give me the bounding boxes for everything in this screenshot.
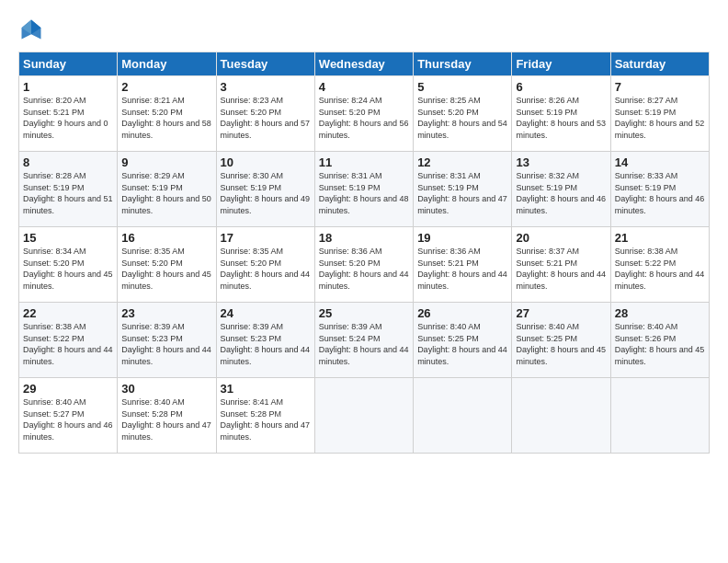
calendar-day-cell: 7 Sunrise: 8:27 AM Sunset: 5:19 PM Dayli… xyxy=(610,76,709,152)
day-number: 13 xyxy=(516,155,606,169)
day-number: 3 xyxy=(221,80,311,94)
calendar-day-cell xyxy=(610,378,709,454)
day-info: Sunrise: 8:40 AM Sunset: 5:27 PM Dayligh… xyxy=(23,396,113,442)
day-number: 5 xyxy=(417,80,507,94)
calendar-day-cell: 30 Sunrise: 8:40 AM Sunset: 5:28 PM Dayl… xyxy=(118,378,216,454)
day-info: Sunrise: 8:23 AM Sunset: 5:20 PM Dayligh… xyxy=(221,95,311,141)
day-number: 19 xyxy=(417,231,507,245)
logo xyxy=(18,17,48,42)
header xyxy=(18,17,710,42)
day-number: 23 xyxy=(121,306,211,320)
calendar-week-row: 22 Sunrise: 8:38 AM Sunset: 5:22 PM Dayl… xyxy=(19,303,710,378)
calendar-day-cell: 16 Sunrise: 8:35 AM Sunset: 5:20 PM Dayl… xyxy=(118,227,216,303)
day-info: Sunrise: 8:29 AM Sunset: 5:19 PM Dayligh… xyxy=(121,170,211,216)
calendar-day-header: Thursday xyxy=(414,52,512,76)
calendar-day-cell: 22 Sunrise: 8:38 AM Sunset: 5:22 PM Dayl… xyxy=(19,303,118,378)
calendar-day-cell: 13 Sunrise: 8:32 AM Sunset: 5:19 PM Dayl… xyxy=(512,152,610,227)
day-number: 29 xyxy=(23,382,113,396)
day-number: 17 xyxy=(221,231,311,245)
calendar-day-cell: 24 Sunrise: 8:39 AM Sunset: 5:23 PM Dayl… xyxy=(216,303,314,378)
calendar-day-cell: 1 Sunrise: 8:20 AM Sunset: 5:21 PM Dayli… xyxy=(19,76,118,152)
day-info: Sunrise: 8:40 AM Sunset: 5:25 PM Dayligh… xyxy=(417,321,507,367)
calendar-day-cell: 4 Sunrise: 8:24 AM Sunset: 5:20 PM Dayli… xyxy=(314,76,413,152)
calendar-day-cell: 28 Sunrise: 8:40 AM Sunset: 5:26 PM Dayl… xyxy=(610,303,709,378)
calendar-day-cell xyxy=(512,378,610,454)
day-number: 4 xyxy=(319,80,409,94)
day-info: Sunrise: 8:40 AM Sunset: 5:28 PM Dayligh… xyxy=(121,396,211,442)
day-info: Sunrise: 8:28 AM Sunset: 5:19 PM Dayligh… xyxy=(23,170,113,216)
day-info: Sunrise: 8:36 AM Sunset: 5:20 PM Dayligh… xyxy=(319,246,409,292)
logo-icon xyxy=(18,17,44,42)
calendar-day-header: Wednesday xyxy=(314,52,413,76)
day-number: 30 xyxy=(121,382,211,396)
calendar-day-cell xyxy=(414,378,512,454)
day-info: Sunrise: 8:30 AM Sunset: 5:19 PM Dayligh… xyxy=(221,170,311,216)
calendar-day-cell: 19 Sunrise: 8:36 AM Sunset: 5:21 PM Dayl… xyxy=(414,227,512,303)
calendar-day-header: Sunday xyxy=(19,52,118,76)
day-info: Sunrise: 8:21 AM Sunset: 5:20 PM Dayligh… xyxy=(121,95,211,141)
page: SundayMondayTuesdayWednesdayThursdayFrid… xyxy=(0,0,728,563)
calendar-header-row: SundayMondayTuesdayWednesdayThursdayFrid… xyxy=(19,52,710,76)
day-number: 24 xyxy=(221,306,311,320)
calendar-day-header: Monday xyxy=(118,52,216,76)
day-info: Sunrise: 8:39 AM Sunset: 5:24 PM Dayligh… xyxy=(319,321,409,367)
day-info: Sunrise: 8:31 AM Sunset: 5:19 PM Dayligh… xyxy=(417,170,507,216)
calendar-day-cell: 10 Sunrise: 8:30 AM Sunset: 5:19 PM Dayl… xyxy=(216,152,314,227)
day-info: Sunrise: 8:26 AM Sunset: 5:19 PM Dayligh… xyxy=(516,95,606,141)
calendar-day-cell: 12 Sunrise: 8:31 AM Sunset: 5:19 PM Dayl… xyxy=(414,152,512,227)
calendar-week-row: 15 Sunrise: 8:34 AM Sunset: 5:20 PM Dayl… xyxy=(19,227,710,303)
calendar-day-cell: 26 Sunrise: 8:40 AM Sunset: 5:25 PM Dayl… xyxy=(414,303,512,378)
calendar-day-cell: 18 Sunrise: 8:36 AM Sunset: 5:20 PM Dayl… xyxy=(314,227,413,303)
day-info: Sunrise: 8:40 AM Sunset: 5:25 PM Dayligh… xyxy=(516,321,606,367)
calendar-day-cell: 17 Sunrise: 8:35 AM Sunset: 5:20 PM Dayl… xyxy=(216,227,314,303)
day-info: Sunrise: 8:41 AM Sunset: 5:28 PM Dayligh… xyxy=(221,396,311,442)
day-number: 11 xyxy=(319,155,409,169)
calendar-day-header: Tuesday xyxy=(216,52,314,76)
day-number: 14 xyxy=(615,155,705,169)
calendar-day-cell: 23 Sunrise: 8:39 AM Sunset: 5:23 PM Dayl… xyxy=(118,303,216,378)
calendar-day-header: Saturday xyxy=(610,52,709,76)
day-number: 8 xyxy=(23,155,113,169)
day-info: Sunrise: 8:27 AM Sunset: 5:19 PM Dayligh… xyxy=(615,95,705,141)
day-info: Sunrise: 8:35 AM Sunset: 5:20 PM Dayligh… xyxy=(121,246,211,292)
calendar-day-cell: 5 Sunrise: 8:25 AM Sunset: 5:20 PM Dayli… xyxy=(414,76,512,152)
day-info: Sunrise: 8:40 AM Sunset: 5:26 PM Dayligh… xyxy=(615,321,705,367)
day-number: 9 xyxy=(121,155,211,169)
calendar-day-cell: 9 Sunrise: 8:29 AM Sunset: 5:19 PM Dayli… xyxy=(118,152,216,227)
calendar-day-cell: 25 Sunrise: 8:39 AM Sunset: 5:24 PM Dayl… xyxy=(314,303,413,378)
day-info: Sunrise: 8:39 AM Sunset: 5:23 PM Dayligh… xyxy=(221,321,311,367)
day-number: 7 xyxy=(615,80,705,94)
day-info: Sunrise: 8:31 AM Sunset: 5:19 PM Dayligh… xyxy=(319,170,409,216)
day-number: 15 xyxy=(23,231,113,245)
day-number: 12 xyxy=(417,155,507,169)
calendar-day-cell: 6 Sunrise: 8:26 AM Sunset: 5:19 PM Dayli… xyxy=(512,76,610,152)
calendar-day-cell: 31 Sunrise: 8:41 AM Sunset: 5:28 PM Dayl… xyxy=(216,378,314,454)
calendar-table: SundayMondayTuesdayWednesdayThursdayFrid… xyxy=(18,52,710,454)
day-info: Sunrise: 8:36 AM Sunset: 5:21 PM Dayligh… xyxy=(417,246,507,292)
day-info: Sunrise: 8:38 AM Sunset: 5:22 PM Dayligh… xyxy=(615,246,705,292)
day-number: 21 xyxy=(615,231,705,245)
calendar-day-cell: 3 Sunrise: 8:23 AM Sunset: 5:20 PM Dayli… xyxy=(216,76,314,152)
day-number: 6 xyxy=(516,80,606,94)
day-number: 1 xyxy=(23,80,113,94)
calendar-day-cell: 8 Sunrise: 8:28 AM Sunset: 5:19 PM Dayli… xyxy=(19,152,118,227)
calendar-day-cell: 11 Sunrise: 8:31 AM Sunset: 5:19 PM Dayl… xyxy=(314,152,413,227)
day-number: 16 xyxy=(121,231,211,245)
day-info: Sunrise: 8:32 AM Sunset: 5:19 PM Dayligh… xyxy=(516,170,606,216)
day-info: Sunrise: 8:34 AM Sunset: 5:20 PM Dayligh… xyxy=(23,246,113,292)
calendar-week-row: 29 Sunrise: 8:40 AM Sunset: 5:27 PM Dayl… xyxy=(19,378,710,454)
day-number: 28 xyxy=(615,306,705,320)
day-number: 10 xyxy=(221,155,311,169)
calendar-day-cell: 27 Sunrise: 8:40 AM Sunset: 5:25 PM Dayl… xyxy=(512,303,610,378)
calendar-day-cell: 2 Sunrise: 8:21 AM Sunset: 5:20 PM Dayli… xyxy=(118,76,216,152)
calendar-week-row: 8 Sunrise: 8:28 AM Sunset: 5:19 PM Dayli… xyxy=(19,152,710,227)
day-info: Sunrise: 8:24 AM Sunset: 5:20 PM Dayligh… xyxy=(319,95,409,141)
calendar-week-row: 1 Sunrise: 8:20 AM Sunset: 5:21 PM Dayli… xyxy=(19,76,710,152)
day-number: 18 xyxy=(319,231,409,245)
day-number: 27 xyxy=(516,306,606,320)
calendar-day-cell: 21 Sunrise: 8:38 AM Sunset: 5:22 PM Dayl… xyxy=(610,227,709,303)
day-info: Sunrise: 8:20 AM Sunset: 5:21 PM Dayligh… xyxy=(23,95,113,141)
calendar-day-cell: 15 Sunrise: 8:34 AM Sunset: 5:20 PM Dayl… xyxy=(19,227,118,303)
day-number: 2 xyxy=(121,80,211,94)
day-number: 31 xyxy=(221,382,311,396)
